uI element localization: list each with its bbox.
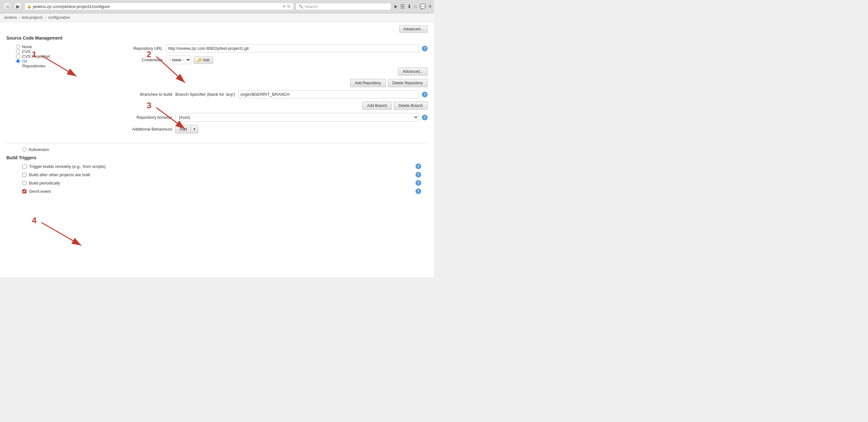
scm-radio-cvs-projectset[interactable] [16,54,20,58]
scm-radio-git[interactable] [16,59,20,63]
reload-button[interactable]: ↻ [287,4,291,9]
url-text: jenkins.zjc.com/job/test-project1/config… [33,4,282,9]
build-periodically-label: Build periodically [29,181,60,186]
add-behaviour-arrow-button[interactable]: ▾ [191,125,198,134]
delete-branch-button[interactable]: Delete Branch [394,102,428,110]
build-after-checkbox[interactable] [22,173,27,177]
scm-title: Source Code Management [6,35,428,40]
scm-label-cvs-projectset: CVS Projectset [22,54,50,59]
address-bar[interactable]: 🔒 jenkins.zjc.com/job/test-project1/conf… [24,3,294,10]
repo-buttons-row: Advanced... [121,67,428,76]
build-after-help-icon[interactable]: ? [415,172,421,177]
breadcrumb-project[interactable]: test-project1 [22,15,43,20]
delete-repository-button[interactable]: Delete Repository [388,79,428,87]
git-repositories-label: Repositories [22,63,115,68]
branches-row: Branches to build Branch Specifier (blan… [121,90,428,98]
additional-behaviours-label: Additional Behaviours [121,127,172,132]
home-icon[interactable]: ⌂ [414,3,417,9]
add-repository-button[interactable]: Add Repository [350,79,386,87]
gerrit-event-checkbox[interactable] [22,189,27,193]
repo-browser-select[interactable]: (Auto) [175,113,419,122]
repo-browser-help-icon[interactable]: ? [422,115,428,120]
repo-browser-label: Repository browser [121,115,172,120]
breadcrumb-page: configuration [48,15,70,20]
scm-radio-group: None CVS CVS Projectset Git Repositori [6,45,115,137]
build-periodically-checkbox[interactable] [22,181,27,185]
address-dropdown-icon[interactable]: ▼ [282,4,286,8]
scm-option-cvs-projectset: CVS Projectset [16,54,115,59]
menu-icon[interactable]: ≡ [429,3,431,9]
subversion-row: Subversion [22,147,428,152]
search-text: Search [305,4,318,9]
branches-label: Branches to build [121,92,172,97]
bookmarks-list-icon[interactable]: ☰ [400,3,405,9]
search-bar[interactable]: 🔍 Search [296,3,391,10]
gerrit-event-help-icon[interactable]: ? [415,188,421,194]
branches-section: Branches to build Branch Specifier (blan… [121,90,428,110]
build-after-label: Build after other projects are built [29,172,90,177]
annotation-4-arrow: 4 [32,214,112,255]
gerrit-event-label: Gerrit event [29,189,51,194]
build-triggers-title: Build Triggers [6,155,428,160]
breadcrumb-sep2: › [45,15,46,20]
breadcrumb: Jenkins › test-project1 › configuration [0,13,434,22]
branch-specifier-help-icon[interactable]: ? [422,92,428,97]
add-behaviour-button[interactable]: Add [175,125,191,134]
trigger-remote-help-icon[interactable]: ? [415,164,421,169]
advanced-button[interactable]: Advanced... [398,67,428,76]
credentials-row: Credentials - none - 🔑 Add [121,56,428,64]
build-periodically-help-icon[interactable]: ? [415,180,421,186]
scm-option-git: Git [16,59,115,63]
repo-browser-row: Repository browser (Auto) ? [121,113,428,122]
trigger-remote-label: Trigger builds remotely (e.g., from scri… [29,164,105,169]
breadcrumb-sep1: › [19,15,20,20]
chat-icon[interactable]: 💬 [420,3,426,9]
scm-radio-cvs[interactable] [16,50,20,54]
gerrit-event-option: Gerrit event ? [22,188,428,194]
scm-section: Source Code Management None CVS CVS Proj… [6,35,428,137]
add-branch-button[interactable]: Add Branch [362,102,392,110]
breadcrumb-jenkins[interactable]: Jenkins [4,15,17,20]
specifier-label: Branch Specifier (blank for 'any') [175,92,235,97]
credentials-controls: - none - 🔑 Add [166,56,213,64]
scm-option-cvs: CVS [16,49,115,54]
browser-toolbar: ◀ ▶ 🔒 jenkins.zjc.com/job/test-project1/… [0,0,434,13]
scm-option-none: None [16,45,115,49]
forward-button[interactable]: ▶ [13,2,22,11]
branch-specifier-input[interactable] [238,90,419,98]
scm-label-git: Git [22,59,27,63]
scm-label-cvs: CVS [22,49,31,54]
trigger-remote-option: Trigger builds remotely (e.g., from scri… [22,164,428,169]
repo-url-row: Repository URL ? [121,45,428,52]
top-advanced-button[interactable]: Advanced... [399,25,428,33]
download-icon[interactable]: ⬇ [407,3,411,9]
svg-text:4: 4 [32,216,37,225]
add-behaviour-dropdown: Add ▾ [175,125,198,134]
repo-url-help-icon[interactable]: ? [422,46,428,51]
lock-icon: 🔒 [27,4,32,9]
browser-icons: ★ ☰ ⬇ ⌂ 💬 ≡ [393,3,431,9]
credentials-label: Credentials [121,57,163,62]
search-icon: 🔍 [299,4,303,9]
build-periodically-option: Build periodically ? [22,180,428,186]
scm-label-none: None [22,45,32,49]
additional-behaviours-row: Additional Behaviours Add ▾ [121,125,428,134]
subversion-label: Subversion [28,147,49,152]
repo-url-label: Repository URL [121,46,163,51]
add-credentials-button[interactable]: 🔑 Add [193,56,213,64]
bookmark-icon[interactable]: ★ [393,3,398,9]
build-triggers-section: Build Triggers Trigger builds remotely (… [6,155,428,194]
repo-add-delete-row: Add Repository Delete Repository [121,79,428,87]
credentials-select[interactable]: - none - [166,56,191,64]
browser-chrome: ◀ ▶ 🔒 jenkins.zjc.com/job/test-project1/… [0,0,434,13]
branch-add-delete-row: Add Branch Delete Branch [121,102,428,110]
page-content: Advanced... Source Code Management None … [0,22,434,277]
repo-url-input[interactable] [166,45,419,52]
svg-line-10 [41,223,81,246]
git-config-section: Repository URL ? Credentials - none - 🔑 … [115,45,428,137]
back-button[interactable]: ◀ [3,2,11,11]
scm-radio-subversion[interactable] [22,147,27,151]
scm-radio-none[interactable] [16,45,20,49]
build-after-option: Build after other projects are built ? [22,172,428,177]
trigger-remote-checkbox[interactable] [22,164,27,169]
